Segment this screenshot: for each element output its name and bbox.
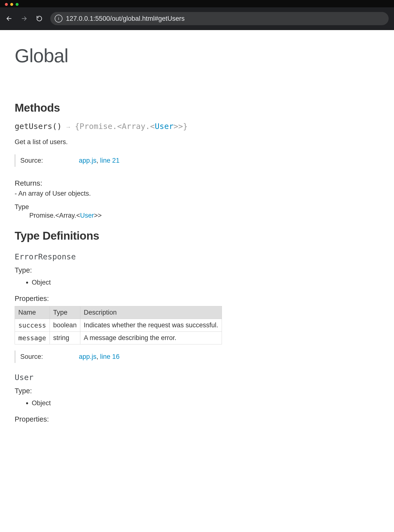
typedef-name-user: User <box>15 373 379 382</box>
method-signature: getUsers() → {Promise.<Array.<User>>} <box>15 122 379 131</box>
typedefs-heading: Type Definitions <box>15 229 379 242</box>
window-maximize-icon[interactable] <box>16 3 19 6</box>
source-file-link[interactable]: app.js <box>79 353 96 360</box>
site-info-icon[interactable]: i <box>55 15 62 22</box>
method-name: getUsers() <box>15 122 62 131</box>
typedef-props-heading: Properties: <box>15 415 379 423</box>
arrow-icon: → <box>65 124 71 130</box>
browser-tab-strip <box>0 0 394 7</box>
returns-description: - An array of User objects. <box>15 190 379 197</box>
source-file-link[interactable]: app.js <box>79 157 96 164</box>
col-type: Type <box>50 306 80 319</box>
source-value: app.js, line 16 <box>79 353 120 361</box>
col-desc: Description <box>80 306 222 319</box>
source-label: Source: <box>20 157 45 164</box>
source-value: app.js, line 21 <box>79 157 120 164</box>
col-name: Name <box>15 306 50 319</box>
prop-name: message <box>15 332 50 344</box>
source-line-link[interactable]: line 16 <box>100 353 120 360</box>
table-row: success boolean Indicates whether the re… <box>15 319 222 332</box>
typedef-props-heading: Properties: <box>15 295 379 303</box>
nav-reload-icon[interactable] <box>35 14 43 23</box>
prop-name: success <box>15 319 50 332</box>
typedef-source: Source: app.js, line 16 <box>15 351 379 363</box>
window-close-icon[interactable] <box>5 3 8 6</box>
nav-forward-icon[interactable] <box>20 14 28 23</box>
address-bar-text: 127.0.0.1:5500/out/global.html#getUsers <box>66 15 185 22</box>
typedef-name-errorresponse: ErrorResponse <box>15 252 379 261</box>
method-description: Get a list of users. <box>15 138 379 146</box>
prop-type: string <box>50 332 80 344</box>
page-title: Global <box>15 45 379 67</box>
type-link-user[interactable]: User <box>155 122 174 131</box>
methods-heading: Methods <box>15 101 379 114</box>
prop-type: boolean <box>50 319 80 332</box>
typedef-type-heading: Type: <box>15 266 379 274</box>
method-source: Source: app.js, line 21 <box>15 154 379 167</box>
typedef-type-list: Object <box>15 398 379 408</box>
typedef-type-heading: Type: <box>15 387 379 395</box>
table-row: message string A message describing the … <box>15 332 222 344</box>
properties-table: Name Type Description success boolean In… <box>15 306 222 344</box>
table-header-row: Name Type Description <box>15 306 222 319</box>
source-label: Source: <box>20 353 45 361</box>
returns-type-label: Type <box>15 203 379 211</box>
typedef-type-list: Object <box>15 278 379 287</box>
typedef-type-item: Object <box>32 398 379 408</box>
address-bar[interactable]: i 127.0.0.1:5500/out/global.html#getUser… <box>50 12 389 25</box>
returns-heading: Returns: <box>15 179 379 187</box>
type-link-user[interactable]: User <box>80 212 94 219</box>
prop-desc: Indicates whether the request was succes… <box>80 319 222 332</box>
typedef-type-item: Object <box>32 278 379 287</box>
browser-nav-bar: i 127.0.0.1:5500/out/global.html#getUser… <box>0 7 394 30</box>
source-line-link[interactable]: line 21 <box>100 157 120 164</box>
returns-type-value: Promise.<Array.<User>> <box>15 212 379 219</box>
browser-chrome: i 127.0.0.1:5500/out/global.html#getUser… <box>0 0 394 30</box>
page-content: Global Methods getUsers() → {Promise.<Ar… <box>0 30 394 446</box>
prop-desc: A message describing the error. <box>80 332 222 344</box>
method-return-type: {Promise.<Array.<User>>} <box>75 122 187 131</box>
nav-back-icon[interactable] <box>5 14 13 23</box>
window-minimize-icon[interactable] <box>10 3 13 6</box>
